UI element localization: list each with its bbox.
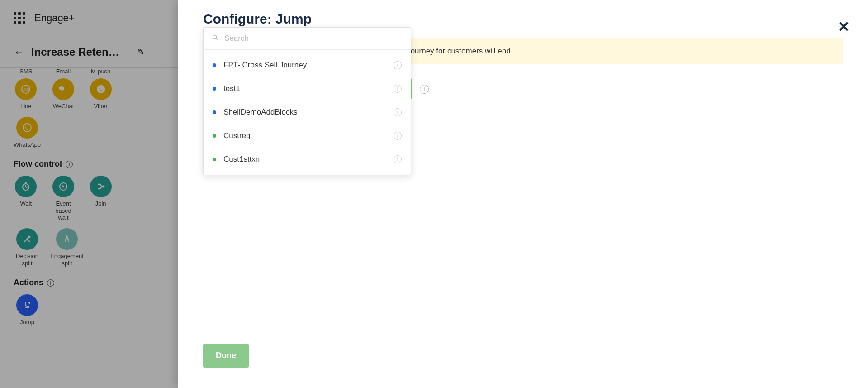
dropdown-item[interactable]: Custregi (204, 124, 411, 148)
configure-panel: Configure: Jump ✕ FPT- Cross Sell Journe… (178, 0, 868, 388)
dropdown-item-label: ShellDemoAddBlocks (223, 108, 386, 117)
dropdown-search-row (204, 28, 411, 50)
dropdown-item[interactable]: FPT- Cross Sell Journeyi (204, 53, 411, 77)
info-icon[interactable]: i (394, 85, 402, 93)
dropdown-item[interactable]: Cust1sttxni (204, 148, 411, 171)
status-dot (213, 158, 216, 161)
info-icon[interactable]: i (394, 61, 402, 69)
close-icon[interactable]: ✕ (838, 18, 850, 35)
panel-title: Configure: Jump (203, 11, 843, 27)
done-button[interactable]: Done (203, 344, 249, 368)
dropdown-item-label: Custreg (223, 131, 386, 140)
info-icon[interactable]: i (394, 108, 402, 116)
status-dot (213, 110, 216, 114)
status-dot (213, 134, 216, 138)
dropdown-item[interactable]: test1i (204, 77, 411, 101)
dropdown-item-label: FPT- Cross Sell Journey (223, 61, 386, 70)
info-icon[interactable]: i (420, 85, 429, 94)
search-icon (212, 34, 219, 43)
info-icon[interactable]: i (394, 132, 402, 140)
dropdown-item-label: Cust1sttxn (223, 155, 386, 164)
status-dot (213, 63, 216, 67)
panel-header: Configure: Jump ✕ FPT- Cross Sell Journe… (178, 0, 868, 27)
svg-point-7 (213, 35, 217, 39)
dropdown-item-label: test1 (223, 84, 386, 93)
status-dot (213, 87, 216, 91)
journey-dropdown: FPT- Cross Sell Journeyitest1iShellDemoA… (203, 27, 411, 175)
info-icon[interactable]: i (394, 155, 402, 163)
dropdown-item[interactable]: ShellDemoAddBlocksi (204, 101, 411, 124)
dropdown-search-input[interactable] (224, 34, 403, 43)
dropdown-list: FPT- Cross Sell Journeyitest1iShellDemoA… (204, 50, 411, 175)
